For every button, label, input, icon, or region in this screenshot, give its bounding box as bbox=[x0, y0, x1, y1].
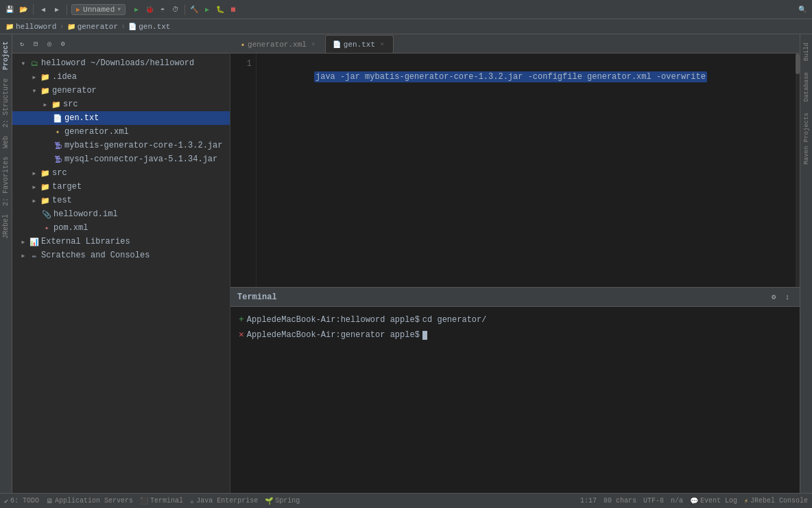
line-numbers: 1 bbox=[230, 54, 256, 287]
tree-arrow-idea: ▶ bbox=[30, 73, 38, 81]
ext-libs-icon: 📊 bbox=[29, 236, 40, 247]
toolbar-sep-3 bbox=[184, 4, 185, 15]
editor-scrollbar[interactable] bbox=[796, 54, 800, 287]
status-line-sep[interactable]: n/a bbox=[671, 497, 683, 505]
tree-label-test: test bbox=[52, 196, 72, 205]
spring-icon: 🌱 bbox=[265, 497, 273, 505]
nav-gen-txt[interactable]: 📄 gen.txt bbox=[128, 23, 170, 31]
locate-icon[interactable]: ◎ bbox=[44, 38, 55, 49]
debug2-icon[interactable]: 🐛 bbox=[215, 4, 226, 15]
terminal-status-icon: ⬛ bbox=[140, 497, 148, 505]
event-log-icon: 💬 bbox=[690, 497, 698, 505]
tree-item-generator-xml[interactable]: ✦ generator.xml bbox=[12, 125, 230, 139]
jrebel-tab-item[interactable]: JRebel bbox=[1, 210, 11, 243]
tab-gen-txt-close[interactable]: × bbox=[378, 41, 386, 49]
tree-item-idea[interactable]: ▶ 📁 .idea bbox=[12, 70, 230, 84]
settings-gear-icon[interactable]: ⚙ bbox=[58, 38, 69, 49]
coverage-icon[interactable]: ☂ bbox=[157, 4, 168, 15]
status-spring[interactable]: 🌱 Spring bbox=[265, 497, 300, 505]
tree-item-target[interactable]: ▶ 📁 target bbox=[12, 180, 230, 194]
tabs-bar: ✦ generator.xml × 📄 gen.txt × bbox=[230, 34, 800, 54]
project-name-selector[interactable]: ▶ Unnamed ▼ bbox=[71, 4, 126, 15]
terminal-content[interactable]: + AppledeMacBook-Air:helloword apple$ cd… bbox=[230, 307, 800, 493]
status-right-area: 1:17 80 chars UTF-8 n/a 💬 Event Log ⚡ JR… bbox=[580, 497, 808, 505]
terminal-prompt-2: AppledeMacBook-Air:generator apple$ bbox=[247, 328, 420, 342]
mysql-jar-icon: 🗜 bbox=[52, 154, 63, 165]
stop-icon[interactable]: ⏹ bbox=[228, 4, 239, 15]
build-icon[interactable]: 🔨 bbox=[189, 4, 200, 15]
status-java-enterprise[interactable]: ☕ Java Enterprise bbox=[190, 497, 258, 505]
tree-label-iml: helloword.iml bbox=[53, 209, 118, 219]
debug-icon[interactable]: 🐞 bbox=[144, 4, 155, 15]
tree-arrow-test: ▶ bbox=[30, 196, 38, 205]
tab-generator-xml[interactable]: ✦ generator.xml × bbox=[233, 35, 325, 53]
tree-item-mybatis-jar[interactable]: 🗜 mybatis-generator-core-1.3.2.jar bbox=[12, 139, 230, 152]
nav-generator[interactable]: 📁 generator bbox=[67, 23, 118, 31]
favorites-tab-item[interactable]: 2: Favorites bbox=[1, 152, 11, 210]
tree-arrow-src: ▶ bbox=[30, 169, 38, 177]
right-tab-maven[interactable]: Maven Projects bbox=[802, 107, 811, 170]
editor-scroll-thumb[interactable] bbox=[796, 54, 800, 74]
terminal-maximize-icon[interactable]: ↕ bbox=[782, 292, 793, 303]
profile-icon[interactable]: ⏱ bbox=[170, 4, 181, 15]
editor-area[interactable]: 1 java -jar mybatis-generator-core-1.3.2… bbox=[230, 54, 800, 287]
tree-label-idea: .idea bbox=[52, 72, 77, 82]
status-encoding[interactable]: UTF-8 bbox=[643, 497, 664, 505]
terminal-line-1: + AppledeMacBook-Air:helloword apple$ cd… bbox=[239, 312, 791, 327]
status-terminal[interactable]: ⬛ Terminal bbox=[140, 497, 183, 505]
tree-item-scratches[interactable]: ▶ ✏ Scratches and Consoles bbox=[12, 249, 230, 262]
run2-icon[interactable]: ▶ bbox=[202, 4, 213, 15]
tree-item-pom[interactable]: ✦ pom.xml bbox=[12, 221, 230, 235]
tab-xml-icon: ✦ bbox=[241, 41, 245, 49]
right-tab-database[interactable]: Database bbox=[802, 67, 811, 107]
status-event-log[interactable]: 💬 Event Log bbox=[690, 497, 737, 505]
status-position[interactable]: 1:17 bbox=[580, 497, 597, 505]
tree-item-generator[interactable]: ▼ 📁 generator bbox=[12, 84, 230, 97]
tab-gen-txt[interactable]: 📄 gen.txt × bbox=[325, 35, 394, 53]
idea-folder-icon: 📁 bbox=[40, 71, 51, 82]
tree-arrow-scratches: ▶ bbox=[19, 251, 27, 259]
tree-label-scratches: Scratches and Consoles bbox=[41, 251, 150, 260]
terminal-settings-icon[interactable]: ⚙ bbox=[768, 292, 779, 303]
status-chars[interactable]: 80 chars bbox=[604, 497, 636, 505]
tree-item-mysql-jar[interactable]: 🗜 mysql-connector-java-5.1.34.jar bbox=[12, 152, 230, 166]
sync-icon[interactable]: ↻ bbox=[16, 38, 27, 49]
terminal-toolbar: Terminal ⚙ ↕ bbox=[230, 288, 800, 307]
tree-item-external-libs[interactable]: ▶ 📊 External Libraries bbox=[12, 235, 230, 249]
tab-generator-xml-close[interactable]: × bbox=[309, 41, 318, 49]
tree-item-src-gen[interactable]: ▶ 📁 src bbox=[12, 97, 230, 111]
tree-label-src-gen: src bbox=[63, 100, 78, 109]
forward-icon[interactable]: ▶ bbox=[51, 4, 62, 15]
structure-tab-item[interactable]: 2: Structure bbox=[1, 74, 11, 132]
back-icon[interactable]: ◀ bbox=[38, 4, 49, 15]
tree-item-src[interactable]: ▶ 📁 src bbox=[12, 166, 230, 180]
open-icon[interactable]: 📂 bbox=[18, 4, 29, 15]
search-everywhere-icon[interactable]: 🔍 bbox=[797, 4, 808, 15]
status-app-servers[interactable]: 🖥 Application Servers bbox=[46, 497, 133, 505]
target-folder-icon: 📁 bbox=[40, 181, 51, 192]
right-tab-build[interactable]: Build bbox=[802, 37, 811, 67]
src-gen-folder-icon: 📁 bbox=[51, 99, 62, 110]
tree-item-iml[interactable]: 📎 helloword.iml bbox=[12, 207, 230, 221]
status-jrebel-console[interactable]: ⚡ JRebel Console bbox=[744, 497, 808, 505]
editor-content[interactable]: java -jar mybatis-generator-core-1.3.2.j… bbox=[256, 54, 800, 287]
code-selected-text: java -jar mybatis-generator-core-1.3.2.j… bbox=[314, 71, 707, 82]
run-icon[interactable]: ▶ bbox=[131, 4, 142, 15]
save-icon[interactable]: 💾 bbox=[4, 4, 15, 15]
project-tab-item[interactable]: Project bbox=[1, 37, 11, 74]
tree-arrow-root: ▼ bbox=[19, 59, 27, 67]
status-bar: ✔ 6: TODO 🖥 Application Servers ⬛ Termin… bbox=[0, 493, 812, 508]
terminal-actions: ⚙ ↕ bbox=[768, 292, 793, 303]
tree-item-gen-txt[interactable]: 📄 gen.txt bbox=[12, 111, 230, 125]
project-name-arrow: ▼ bbox=[117, 6, 121, 12]
tab-txt-icon: 📄 bbox=[333, 41, 341, 49]
web-tab-item[interactable]: Web bbox=[1, 132, 11, 152]
collapse-icon[interactable]: ⊟ bbox=[30, 38, 41, 49]
status-todo[interactable]: ✔ 6: TODO bbox=[4, 497, 39, 505]
tree-item-test[interactable]: ▶ 📁 test bbox=[12, 194, 230, 207]
nav-helloword[interactable]: 📁 helloword bbox=[5, 23, 56, 31]
main-area: Project 2: Structure Web 2: Favorites JR… bbox=[0, 34, 812, 493]
terminal-panel: Terminal ⚙ ↕ + AppledeMacBook-Air:hellow… bbox=[230, 287, 800, 493]
tree-label-root: helloword ~/Downloads/helloword bbox=[41, 58, 194, 68]
tree-item-root[interactable]: ▼ 🗂 helloword ~/Downloads/helloword bbox=[12, 56, 230, 70]
